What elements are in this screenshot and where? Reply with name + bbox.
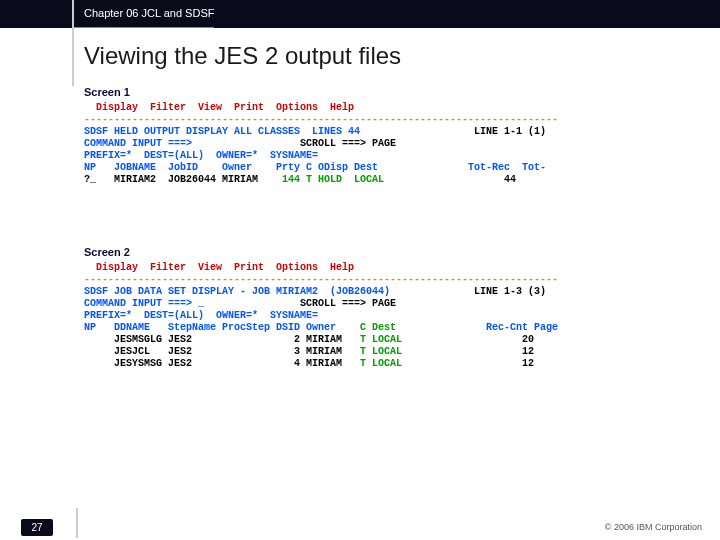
data-row-3b: T LOCAL xyxy=(354,358,402,369)
data-row-2b: T LOCAL xyxy=(354,346,402,357)
footer-divider xyxy=(76,508,78,538)
rule-row: ----------------------------------------… xyxy=(84,114,558,125)
data-row-1a: JESMSGLG JES2 2 MIRIAM xyxy=(84,334,354,345)
chapter-text: Chapter 06 JCL and SDSF xyxy=(84,7,214,20)
slide-title: Viewing the JES 2 output files xyxy=(74,28,401,86)
screen2-terminal: Display Filter View Print Options Help -… xyxy=(84,262,700,370)
header-row-a: NP DDNAME StepName ProcStep DSID Owner xyxy=(84,322,354,333)
screen1-terminal: Display Filter View Print Options Help -… xyxy=(84,102,700,186)
command-row: COMMAND INPUT ===> _ xyxy=(84,298,204,309)
footer-left: 27 xyxy=(0,514,74,540)
header-row-b: C Dest xyxy=(354,322,396,333)
screen2-label: Screen 2 xyxy=(84,246,700,258)
screen1-block: Screen 1 Display Filter View Print Optio… xyxy=(84,86,700,186)
header-row-left: NP JOBNAME JobID Owner Prty C ODisp Dest xyxy=(84,162,378,173)
header-band: Chapter 06 JCL and SDSF xyxy=(0,0,720,28)
menu-row: Display Filter View Print Options Help xyxy=(84,102,354,113)
screen2-block: Screen 2 Display Filter View Print Optio… xyxy=(84,246,700,370)
prefix-row: PREFIX=* DEST=(ALL) OWNER=* SYSNAME= xyxy=(84,150,318,161)
prefix-row: PREFIX=* DEST=(ALL) OWNER=* SYSNAME= xyxy=(84,310,318,321)
title-row: Viewing the JES 2 output files xyxy=(0,28,720,86)
status-right: LINE 1-3 (3) xyxy=(390,286,546,297)
status-right: LINE 1-1 (1) xyxy=(360,126,546,137)
data-row-1b: T LOCAL xyxy=(354,334,402,345)
data-row-3c: 12 xyxy=(402,358,534,369)
chapter-title: Chapter 06 JCL and SDSF xyxy=(74,0,214,28)
command-row: COMMAND INPUT ===> xyxy=(84,138,192,149)
title-divider xyxy=(72,28,74,86)
status-row: SDSF HELD OUTPUT DISPLAY ALL CLASSES LIN… xyxy=(84,126,360,137)
status-row: SDSF JOB DATA SET DISPLAY - JOB MIRIAM2 … xyxy=(84,286,390,297)
data-row-b: 144 T HOLD LOCAL xyxy=(276,174,384,185)
copyright: © 2006 IBM Corporation xyxy=(605,522,720,532)
header-row-c: Rec-Cnt Page xyxy=(396,322,558,333)
page-number: 27 xyxy=(21,519,52,536)
data-row-1c: 20 xyxy=(402,334,534,345)
scroll-row: SCROLL ===> PAGE xyxy=(192,138,396,149)
data-row-2c: 12 xyxy=(402,346,534,357)
scroll-row: SCROLL ===> PAGE xyxy=(204,298,396,309)
screen1-label: Screen 1 xyxy=(84,86,700,98)
data-row-a: ?_ MIRIAM2 JOB26044 MIRIAM xyxy=(84,174,276,185)
slide-content: Screen 1 Display Filter View Print Optio… xyxy=(0,86,720,370)
header-left-gutter xyxy=(0,0,74,28)
menu-row: Display Filter View Print Options Help xyxy=(84,262,354,273)
data-row-3a: JESYSMSG JES2 4 MIRIAM xyxy=(84,358,354,369)
rule-row: ----------------------------------------… xyxy=(84,274,558,285)
header-row-right: Tot-Rec Tot- xyxy=(378,162,546,173)
header-divider xyxy=(72,0,74,28)
data-row-c: 44 xyxy=(384,174,516,185)
footer: 27 © 2006 IBM Corporation xyxy=(0,514,720,540)
title-left-gutter xyxy=(0,28,74,86)
data-row-2a: JESJCL JES2 3 MIRIAM xyxy=(84,346,354,357)
